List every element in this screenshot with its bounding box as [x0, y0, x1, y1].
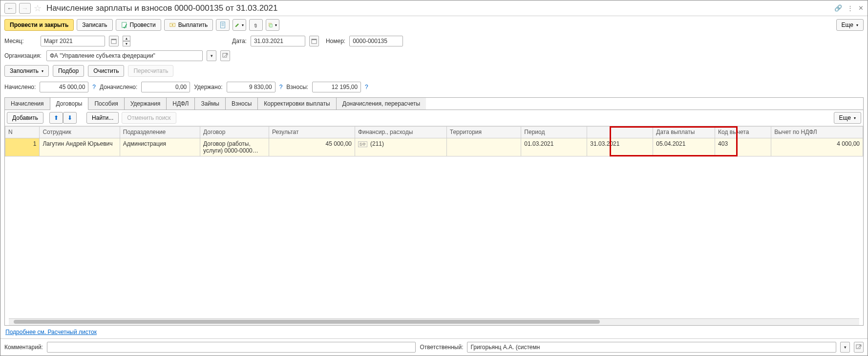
fill-button[interactable]: Заполнить ▾ — [4, 65, 49, 77]
favorite-star-icon[interactable]: ☆ — [34, 3, 42, 14]
nav-forward-button[interactable]: → — [19, 3, 31, 14]
help-icon[interactable]: ? — [279, 84, 283, 90]
org-field[interactable]: ФА "Управление субъекта федерации" — [46, 50, 203, 61]
open-icon — [856, 344, 862, 350]
edit-button[interactable]: ▾ — [233, 19, 246, 31]
table-more-button[interactable]: Еще ▾ — [834, 112, 861, 124]
copy-icon — [268, 22, 273, 28]
tab-ndfl[interactable]: НДФЛ — [167, 98, 195, 110]
tab-corrections[interactable]: Корректировки выплаты — [258, 98, 336, 110]
comment-field[interactable] — [47, 342, 416, 353]
nav-back-button[interactable]: ← — [4, 3, 16, 14]
col-contract[interactable]: Договор — [200, 127, 269, 138]
post-button[interactable]: Провести — [116, 19, 161, 31]
post-and-close-button[interactable]: Провести и закрыть — [4, 19, 74, 31]
copy-button[interactable]: ▾ — [266, 19, 279, 31]
month-calendar-button[interactable] — [109, 36, 119, 46]
number-field[interactable]: 0000-000135 — [349, 36, 403, 46]
report-button[interactable] — [216, 19, 230, 31]
col-period-from[interactable]: Период — [521, 127, 587, 138]
more-button[interactable]: Еще ▾ — [836, 19, 864, 31]
org-dropdown-button[interactable]: ▾ — [207, 50, 216, 61]
move-down-button[interactable]: ⬇ — [63, 112, 77, 124]
cell-n[interactable]: 1 — [5, 138, 40, 156]
svg-rect-14 — [856, 345, 860, 349]
col-employee[interactable]: Сотрудник — [40, 127, 120, 138]
cell-deduct-ndfl[interactable]: 4 000,00 — [771, 138, 863, 156]
cell-result[interactable]: 45 000,00 — [269, 138, 355, 156]
clear-button[interactable]: Очистить — [88, 65, 124, 77]
attach-button[interactable] — [249, 19, 263, 31]
tab-recalcs[interactable]: Доначисления, перерасчеты — [337, 98, 426, 110]
responsible-dropdown-button[interactable]: ▾ — [840, 342, 850, 353]
action-row: Заполнить ▾ Подбор Очистить Пересчитать — [0, 63, 868, 79]
cell-dept[interactable]: Администрация — [120, 138, 200, 156]
month-field[interactable]: Март 2021 — [41, 36, 105, 46]
col-dept[interactable]: Подразделение — [120, 127, 200, 138]
cell-period-to[interactable]: 31.03.2021 — [587, 138, 653, 156]
addl-value: 0,00 — [141, 82, 190, 92]
month-spinner[interactable]: ▲ ▼ — [123, 36, 130, 46]
tab-contracts[interactable]: Договоры — [50, 98, 89, 110]
totals-row: Начислено: 45 000,00 ? Доначислено: 0,00… — [0, 79, 868, 95]
post-icon — [121, 22, 128, 28]
save-button[interactable]: Записать — [77, 19, 112, 31]
responsible-field[interactable]: Григорьянц А.А. (системн — [467, 342, 836, 353]
withheld-value: 9 830,00 — [227, 82, 275, 92]
scrollbar-thumb[interactable] — [14, 320, 600, 324]
responsible-label: Ответственный: — [420, 344, 463, 351]
svg-point-2 — [171, 24, 173, 26]
col-paydate[interactable]: Дата выплаты — [653, 127, 715, 138]
form-row-month-date: Месяц: Март 2021 ▲ ▼ Дата: 31.03.2021 Но… — [0, 34, 868, 48]
table-row[interactable]: 1 Лагутин Андрей Юрьевич Администрация Д… — [5, 138, 863, 156]
col-deduct-code[interactable]: Код вычета — [715, 127, 771, 138]
cell-finance[interactable]: БФ (211) — [355, 138, 446, 156]
addl-label: Доначислено: — [100, 84, 137, 90]
payslip-link[interactable]: Подробнее см. Расчетный листок — [5, 329, 97, 335]
date-field[interactable]: 31.03.2021 — [251, 36, 305, 46]
withheld-label: Удержано: — [194, 84, 222, 90]
document-lines-icon — [219, 22, 226, 28]
help-icon[interactable]: ? — [92, 84, 96, 90]
org-open-button[interactable] — [220, 50, 230, 61]
contrib-label: Взносы: — [286, 84, 308, 90]
spinner-up-icon[interactable]: ▲ — [123, 36, 130, 41]
cancel-search-button: Отменить поиск — [122, 112, 176, 124]
pick-button[interactable]: Подбор — [53, 65, 84, 77]
cell-deduct-code[interactable]: 403 — [715, 138, 771, 156]
help-icon[interactable]: ? — [365, 84, 368, 90]
col-n[interactable]: N — [5, 127, 40, 138]
link-icon[interactable]: 🔗 — [834, 4, 842, 12]
svg-rect-8 — [270, 24, 272, 27]
cell-contract[interactable]: Договор (работы, услуги) 0000-0000… — [200, 138, 269, 156]
tab-withholdings[interactable]: Удержания — [125, 98, 167, 110]
col-period-to[interactable] — [587, 127, 653, 138]
add-row-button[interactable]: Добавить — [7, 112, 43, 124]
responsible-open-button[interactable] — [854, 342, 864, 353]
col-territory[interactable]: Территория — [446, 127, 521, 138]
col-finance[interactable]: Финансир., расходы — [355, 127, 446, 138]
tab-accruals[interactable]: Начисления — [5, 98, 50, 110]
cell-period-from[interactable]: 01.03.2021 — [521, 138, 587, 156]
cell-territory[interactable] — [446, 138, 521, 156]
col-result[interactable]: Результат — [269, 127, 355, 138]
tab-loans[interactable]: Займы — [195, 98, 226, 110]
move-up-button[interactable]: ⬆ — [49, 112, 63, 124]
titlebar: ← → ☆ Начисление зарплаты и взносов 0000… — [0, 0, 868, 16]
col-deduct-ndfl[interactable]: Вычет по НДФЛ — [771, 127, 863, 138]
tab-benefits[interactable]: Пособия — [88, 98, 124, 110]
tab-panel: Добавить ⬆ ⬇ Найти... Отменить поиск Еще… — [4, 110, 864, 326]
find-button[interactable]: Найти... — [86, 112, 119, 124]
pay-button[interactable]: Выплатить — [164, 19, 213, 31]
main-toolbar: Провести и закрыть Записать Провести Вып… — [0, 16, 868, 34]
form-row-org: Организация: ФА "Управление субъекта фед… — [0, 48, 868, 63]
paperclip-icon — [253, 22, 259, 28]
horizontal-scrollbar[interactable] — [9, 318, 859, 325]
more-vertical-icon[interactable]: ⋮ — [847, 4, 853, 12]
close-icon[interactable]: ✕ — [858, 4, 864, 12]
cell-employee[interactable]: Лагутин Андрей Юрьевич — [40, 138, 120, 156]
tab-contributions[interactable]: Взносы — [226, 98, 258, 110]
spinner-down-icon[interactable]: ▼ — [123, 41, 130, 46]
date-calendar-button[interactable] — [309, 36, 319, 46]
cell-paydate[interactable]: 05.04.2021 — [653, 138, 715, 156]
